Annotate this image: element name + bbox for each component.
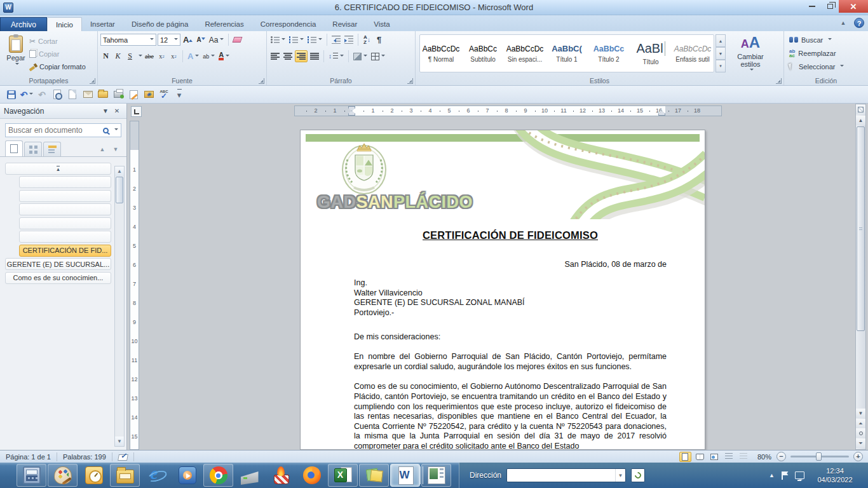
go-refresh-button[interactable] [631,468,645,482]
letter-content[interactable]: CERTIFICACIÓN DE FIDEICOMISO San Plácido… [354,226,667,450]
bullets-button[interactable] [269,34,287,46]
ribbon-tab[interactable]: Vista [365,17,398,31]
styles-scroll-down[interactable]: ▼ [715,47,726,60]
line-spacing-button[interactable]: ↕ [327,50,345,62]
Título 2[interactable]: AaBbCc Título 2 [588,35,630,72]
¶ Normal[interactable]: AaBbCcDc ¶ Normal [420,35,462,72]
shading-button[interactable] [352,50,369,62]
clear-formatting-button[interactable] [232,34,243,46]
select-browse-object-button[interactable] [856,428,865,438]
search-options-dropdown[interactable] [114,128,118,132]
styles-more-button[interactable]: ▾ [715,60,726,72]
increase-indent-button[interactable] [343,34,355,46]
vertical-ruler[interactable]: 123456789101112131415 [130,121,139,450]
action-center-flag-icon[interactable] [781,471,789,480]
nav-scroll-thumb[interactable] [116,177,123,203]
nav-heading-como-es[interactable]: Como es de su conocimien... [5,272,111,284]
strikethrough-button[interactable]: abe [144,50,155,62]
proofing-status[interactable] [112,452,134,461]
replace-button[interactable]: abacReemplazar [789,48,865,58]
copy-button[interactable]: Copiar [29,48,86,59]
font-family-select[interactable]: Tahoma [100,34,156,46]
nav-collapse-all[interactable] [5,163,111,175]
browse-headings-tab[interactable] [5,140,23,156]
numbering-button[interactable] [288,34,305,46]
shortcuts-folder-button[interactable]: ✳ [142,88,155,101]
paste-dropdown[interactable] [15,63,19,67]
text-effects-button[interactable]: A [186,50,200,62]
redo-button[interactable]: ↶ [36,88,48,101]
help-button[interactable]: ? [854,18,864,28]
styles-scroll-up[interactable]: ▲ [715,34,726,47]
zoom-out-button[interactable]: − [776,452,786,461]
fax-scanner-icon[interactable] [234,464,264,487]
clipboard-dialog-launcher[interactable] [90,78,95,84]
vertical-scrollbar[interactable]: ▲ ▼ ⏶ ⏷ [855,104,866,450]
next-heading-button[interactable]: ▼ [110,144,121,154]
address-dropdown[interactable]: ▼ [615,469,625,482]
shrink-font-button[interactable]: A [195,34,206,46]
zoom-slider[interactable] [790,456,849,458]
sticky-notes-icon[interactable] [359,464,389,487]
underline-dropdown[interactable] [139,55,142,58]
multilevel-list-button[interactable] [306,34,323,46]
Título 1[interactable]: AaBbC( Título 1 [546,35,588,72]
open-button[interactable] [97,88,109,101]
navigation-pane-close-button[interactable]: ✕ [111,106,123,116]
grow-font-button[interactable]: A [182,34,194,46]
tab-stop-selector[interactable] [131,106,142,117]
email-button[interactable] [81,88,94,101]
align-center-button[interactable] [282,50,294,62]
browse-results-tab[interactable] [43,142,61,156]
borders-button[interactable] [370,50,386,62]
Subtítulo[interactable]: AaBbCc Subtítulo [462,35,504,72]
justify-button[interactable] [309,50,320,62]
italic-button[interactable]: K [112,50,123,62]
document-search-box[interactable] [5,123,121,137]
cd-burn-icon[interactable] [266,464,295,487]
Título[interactable]: AaBl Título [630,35,672,72]
navigation-pane-menu-button[interactable]: ▼ [100,106,111,116]
qat-customize-button[interactable]: ▾ [173,88,186,101]
ribbon-tab[interactable]: Referencias [196,17,252,31]
font-color-button[interactable]: A [217,50,231,62]
internet-explorer-icon[interactable] [141,464,171,487]
change-styles-button[interactable]: AA Cambiar estilos [727,33,774,75]
font-dialog-launcher[interactable] [259,78,264,84]
align-left-button[interactable] [269,50,281,62]
zoom-in-button[interactable]: + [853,452,863,461]
nav-heading-item[interactable] [19,190,111,202]
subscript-button[interactable]: x2 [156,50,167,62]
browse-pages-tab[interactable] [24,142,42,156]
nav-heading-item[interactable] [19,176,111,188]
address-input[interactable] [507,471,615,480]
superscript-button[interactable]: x2 [168,50,179,62]
address-input-box[interactable]: ▼ [506,468,626,482]
undo-button[interactable]: ↶ [20,88,33,101]
word-icon[interactable] [390,464,420,487]
sort-button[interactable]: AZ↓ [362,34,372,46]
nav-heading-item[interactable] [19,217,111,229]
nav-heading-item[interactable] [19,231,111,243]
nav-heading-item[interactable] [19,203,111,215]
close-button[interactable]: ✕ [839,0,868,13]
quick-print-button[interactable] [112,88,125,101]
show-marks-button[interactable]: ¶ [374,34,384,46]
calculator-icon[interactable] [17,464,46,487]
search-input[interactable] [8,126,103,135]
zoom-level[interactable]: 80% [757,453,771,461]
nav-heading-certificacion[interactable]: CERTIFICACIÓN DE FID... [19,245,111,257]
outline-view-button[interactable] [723,452,735,462]
font-size-select[interactable]: 12 [158,34,180,46]
cut-button[interactable]: ✂Cortar [29,36,86,46]
Sin espaci...[interactable]: AaBbCcDc Sin espaci... [504,35,546,72]
spelling-button[interactable]: ABC✓ [158,88,170,101]
previous-heading-button[interactable]: ▲ [97,144,108,154]
horizontal-ruler[interactable]: 21123456789101112131415161718 [294,105,722,116]
show-hidden-icons-button[interactable]: ▲ [769,472,775,478]
firefox-icon[interactable] [297,464,327,487]
edit-document-button[interactable] [127,88,140,101]
find-button[interactable]: Buscar [789,34,865,45]
format-painter-button[interactable]: Copiar formato [29,61,86,72]
align-right-button[interactable] [295,50,308,62]
